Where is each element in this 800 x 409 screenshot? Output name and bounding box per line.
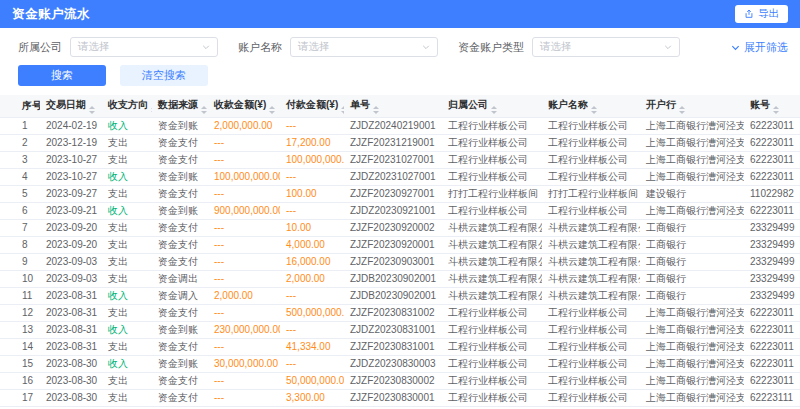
company-select[interactable]: 请选择 (70, 37, 218, 57)
cell-bank: 上海工商银行漕河泾支行 (640, 134, 744, 151)
cell-company: 工程行业样板公司 (442, 338, 542, 355)
clear-search-button[interactable]: 清空搜索 (120, 65, 208, 86)
cell-receipt: 2,000.00 (208, 287, 280, 304)
cell-order_no: ZJDZ20230921001 (344, 202, 442, 219)
column-header-direction[interactable]: 收支方向 (102, 95, 152, 117)
cell-account_no: 62223011 (744, 151, 800, 168)
cell-source: 资金到账 (152, 355, 208, 372)
column-header-company[interactable]: 归属公司 (442, 95, 542, 117)
cell-account_no: 23329499 (744, 219, 800, 236)
cell-source: 资金支付 (152, 185, 208, 202)
cell-order_no: ZJZF20230831001 (344, 338, 442, 355)
column-header-payment[interactable]: 付款金额(¥) (280, 95, 344, 117)
cell-bank: 工商银行 (640, 287, 744, 304)
cell-payment: --- (280, 117, 344, 134)
account-name-select[interactable]: 请选择 (290, 37, 438, 57)
cell-bank: 工商银行 (640, 253, 744, 270)
table-row: 32023-10-27支出资金支付---100,000,000.00ZJZF20… (0, 151, 800, 168)
cell-date: 2023-08-31 (40, 287, 102, 304)
column-header-source[interactable]: 数据来源 (152, 95, 208, 117)
sort-icon[interactable] (201, 106, 207, 114)
cell-account_name: 斗栱云建筑工程有限公司 (542, 219, 640, 236)
page-title: 资金账户流水 (12, 6, 90, 23)
cell-direction: 收入 (102, 202, 152, 219)
sort-icon[interactable] (773, 106, 779, 114)
account-type-select[interactable]: 请选择 (532, 37, 680, 57)
top-bar: 资金账户流水 导出 (0, 0, 800, 28)
cell-bank: 上海工商银行漕河泾支行 (640, 321, 744, 338)
cell-source: 资金支付 (152, 389, 208, 406)
cell-company: 斗栱云建筑工程有限公司 (442, 236, 542, 253)
column-header-account_name[interactable]: 账户名称 (542, 95, 640, 117)
export-button[interactable]: 导出 (735, 5, 788, 23)
cell-order_no: ZJDZ20230830003 (344, 355, 442, 372)
cell-account_no: 23329499 (744, 287, 800, 304)
table-header-row: 序号交易日期收支方向数据来源收款金额(¥)付款金额(¥)单号归属公司账户名称开户… (0, 95, 800, 117)
cell-company: 斗栱云建筑工程有限公司 (442, 287, 542, 304)
cell-account_no: 62223011 (744, 355, 800, 372)
cell-date: 2023-09-03 (40, 253, 102, 270)
sort-icon[interactable] (591, 106, 597, 114)
cell-receipt: --- (208, 151, 280, 168)
expand-filters-link[interactable]: 展开筛选 (731, 40, 788, 55)
column-header-date[interactable]: 交易日期 (40, 95, 102, 117)
sort-icon[interactable] (89, 106, 95, 114)
cell-order_no: ZJZF20230831002 (344, 304, 442, 321)
column-header-receipt[interactable]: 收款金额(¥) (208, 95, 280, 117)
cell-source: 资金到账 (152, 202, 208, 219)
cell-receipt: --- (208, 236, 280, 253)
filter-bar: 所属公司 请选择 账户名称 请选择 资金账户类型 请选择 (0, 28, 800, 64)
cell-order_no: ZJZF20230920002 (344, 219, 442, 236)
table-row: 152023-08-30收入资金到账30,000,000.00---ZJDZ20… (0, 355, 800, 372)
cell-account_name: 工程行业样板公司 (542, 321, 640, 338)
sort-icon[interactable] (341, 106, 344, 114)
cell-direction: 支出 (102, 304, 152, 321)
cell-account_no: 62223011 (744, 304, 800, 321)
content-panel: 所属公司 请选择 账户名称 请选择 资金账户类型 请选择 (0, 28, 800, 409)
cell-bank: 上海工商银行漕河泾支行 (640, 338, 744, 355)
cell-account_name: 工程行业样板公司 (542, 202, 640, 219)
cell-company: 斗栱云建筑工程有限公司 (442, 270, 542, 287)
column-header-order_no[interactable]: 单号 (344, 95, 442, 117)
cell-order_no: ZJDZ20230831001 (344, 321, 442, 338)
cell-bank: 工商银行 (640, 219, 744, 236)
cell-payment: 4,000.00 (280, 236, 344, 253)
sort-icon[interactable] (269, 106, 275, 114)
cell-no: 17 (0, 389, 40, 406)
sort-icon[interactable] (679, 106, 685, 114)
cell-source: 资金支付 (152, 134, 208, 151)
search-button[interactable]: 搜索 (18, 65, 106, 86)
column-header-account_no[interactable]: 账号 (744, 95, 800, 117)
table-row: 112023-08-31收入资金调入2,000.00---ZJDB2023090… (0, 287, 800, 304)
cell-bank: 工商银行 (640, 270, 744, 287)
cell-company: 工程行业样板公司 (442, 151, 542, 168)
table-row: 132023-08-31收入资金到账230,000,000.00---ZJDZ2… (0, 321, 800, 338)
cell-company: 工程行业样板公司 (442, 304, 542, 321)
cell-no: 1 (0, 117, 40, 134)
sort-icon[interactable] (373, 106, 379, 114)
chevron-down-icon (202, 43, 210, 51)
transactions-table: 序号交易日期收支方向数据来源收款金额(¥)付款金额(¥)单号归属公司账户名称开户… (0, 95, 800, 407)
column-header-label: 付款金额(¥) (286, 99, 338, 110)
chevron-down-icon (664, 43, 672, 51)
cell-account_name: 工程行业样板公司 (542, 389, 640, 406)
cell-receipt: --- (208, 304, 280, 321)
cell-source: 资金调入 (152, 287, 208, 304)
cell-no: 14 (0, 338, 40, 355)
cell-direction: 收入 (102, 321, 152, 338)
column-header-bank[interactable]: 开户行 (640, 95, 744, 117)
cell-account_no: 62223011 (744, 117, 800, 134)
cell-source: 资金支付 (152, 304, 208, 321)
column-header-label: 收款金额(¥) (214, 99, 266, 110)
filter-label-company: 所属公司 (18, 40, 62, 55)
sort-icon[interactable] (151, 106, 152, 114)
cell-company: 工程行业样板公司 (442, 321, 542, 338)
cell-account_no: 62223111 (744, 389, 800, 406)
cell-order_no: ZJDB20230902001 (344, 287, 442, 304)
cell-company: 工程行业样板公司 (442, 134, 542, 151)
cell-receipt: --- (208, 338, 280, 355)
cell-direction: 支出 (102, 338, 152, 355)
sort-icon[interactable] (491, 106, 497, 114)
cell-date: 2023-10-27 (40, 168, 102, 185)
column-header-label: 单号 (350, 99, 370, 110)
